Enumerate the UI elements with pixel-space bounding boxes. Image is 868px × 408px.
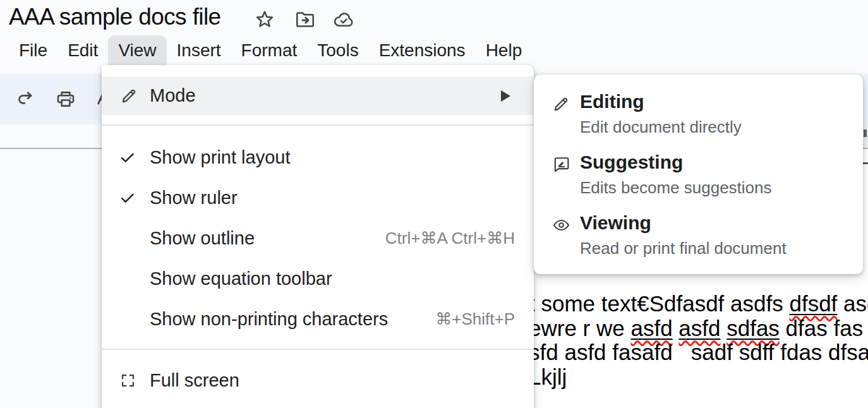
document-line: ewre r we asfd asfd sdfas dfas fas asdf … <box>529 316 868 341</box>
suggest-icon <box>552 155 570 174</box>
menu-item-show-ruler[interactable]: Show ruler <box>102 177 534 218</box>
submenu-item-title: Suggesting <box>580 150 772 175</box>
submenu-item-title: Editing <box>580 89 742 114</box>
pencil-icon <box>552 95 570 113</box>
menu-tools[interactable]: Tools <box>307 35 368 65</box>
shortcut-text: Ctrl+⌘A Ctrl+⌘H <box>385 229 515 248</box>
menu-help[interactable]: Help <box>476 35 533 65</box>
mode-label: Mode <box>150 85 196 106</box>
document-title[interactable]: AAA sample docs file <box>9 4 221 30</box>
document-text[interactable]: t some text€Sdfasdf asdfs dfsdf asdf sdf… <box>529 292 868 389</box>
submenu-item-editing[interactable]: Editing Edit document directly <box>534 82 863 143</box>
menu-format[interactable]: Format <box>231 35 308 65</box>
menu-bar: File Edit View Insert Format Tools Exten… <box>0 35 532 65</box>
eye-icon <box>552 216 570 234</box>
menu-item-show-equation-toolbar[interactable]: Show equation toolbar <box>102 258 534 299</box>
redo-icon[interactable] <box>15 88 37 110</box>
cloud-saved-icon[interactable] <box>332 8 355 31</box>
menu-item-mode[interactable]: Mode <box>102 76 534 115</box>
submenu-item-viewing[interactable]: Viewing Read or print final document <box>534 203 863 264</box>
checkmark-icon <box>119 189 136 207</box>
mode-submenu: Editing Edit document directly Suggestin… <box>534 75 863 274</box>
document-line: sfd asfd fasafd sadf sdff fdas dfsa sfd … <box>529 340 868 365</box>
view-menu-items: Show print layout Show ruler Show outlin… <box>102 137 534 339</box>
edge-text-fragment <box>864 129 867 137</box>
move-folder-icon[interactable] <box>294 8 316 31</box>
view-menu-dropdown: Mode Show print layout Show ruler Show o… <box>102 65 534 408</box>
menu-file[interactable]: File <box>9 35 57 65</box>
google-docs-window: AAA sample docs file File Edit View Inse… <box>0 0 868 408</box>
menu-item-full-screen[interactable]: Full screen <box>102 360 534 400</box>
menu-insert[interactable]: Insert <box>167 35 231 65</box>
checkmark-icon <box>119 149 136 166</box>
pencil-icon <box>120 87 138 105</box>
submenu-arrow-icon <box>501 90 510 102</box>
submenu-item-title: Viewing <box>580 210 787 236</box>
star-icon[interactable] <box>253 8 276 31</box>
submenu-item-suggesting[interactable]: Suggesting Edits become suggestions <box>534 143 863 203</box>
page-edge-line <box>863 162 868 164</box>
shortcut-text: ⌘+Shift+P <box>435 309 515 329</box>
menu-edit[interactable]: Edit <box>57 35 108 65</box>
menu-extensions[interactable]: Extensions <box>369 35 476 65</box>
menu-separator <box>102 349 534 350</box>
menu-item-show-non-printing-characters[interactable]: Show non-printing characters ⌘+Shift+P <box>102 299 534 339</box>
menu-separator <box>102 124 534 126</box>
print-icon[interactable] <box>55 88 76 110</box>
submenu-item-description: Edits become suggestions <box>580 175 772 200</box>
document-line: Lkjlj <box>529 365 868 390</box>
menu-item-show-print-layout[interactable]: Show print layout <box>102 137 534 177</box>
submenu-item-description: Read or print final document <box>580 236 787 261</box>
menu-item-show-outline[interactable]: Show outline Ctrl+⌘A Ctrl+⌘H <box>102 218 534 258</box>
submenu-item-description: Edit document directly <box>580 114 742 140</box>
document-line: t some text€Sdfasdf asdfs dfsdf asdf sdf… <box>529 292 868 316</box>
menu-view[interactable]: View <box>108 35 166 65</box>
fullscreen-icon <box>119 372 136 389</box>
